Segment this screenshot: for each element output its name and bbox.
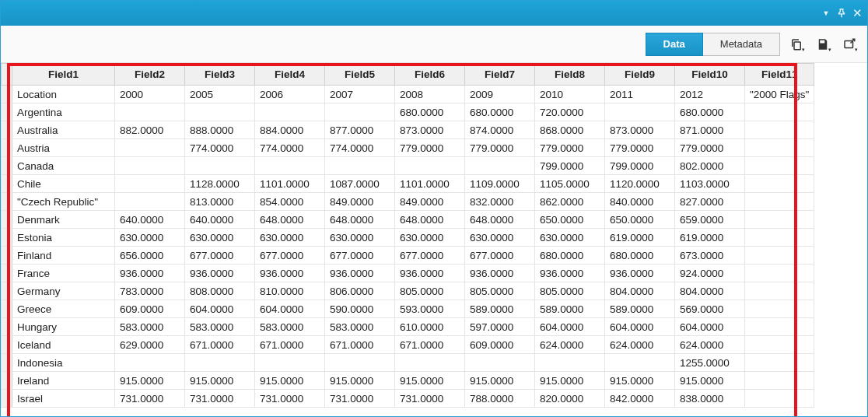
cell[interactable] (745, 121, 814, 139)
table-scroll-area[interactable]: Field1Field2Field3Field4Field5Field6Fiel… (1, 63, 867, 416)
cell[interactable]: 604.0000 (185, 300, 255, 318)
cell[interactable]: 874.0000 (465, 121, 535, 139)
cell[interactable]: 731.0000 (255, 390, 325, 408)
cell[interactable] (605, 103, 675, 121)
cell[interactable]: 804.0000 (605, 282, 675, 300)
table-row[interactable]: Finland656.0000677.0000677.0000677.00006… (2, 247, 814, 265)
cell[interactable]: 1128.0000 (185, 175, 255, 193)
cell[interactable]: 630.0000 (115, 229, 185, 247)
cell[interactable]: 915.0000 (185, 372, 255, 390)
table-row[interactable]: Iceland629.0000671.0000671.0000671.00006… (2, 336, 814, 354)
cell[interactable]: 936.0000 (115, 265, 185, 282)
cell[interactable]: 671.0000 (395, 336, 465, 354)
cell[interactable] (745, 372, 814, 390)
cell[interactable] (465, 157, 535, 175)
cell[interactable]: 731.0000 (325, 390, 395, 408)
cell[interactable]: 936.0000 (255, 265, 325, 282)
cell[interactable]: "Czech Republic" (12, 193, 115, 211)
table-row[interactable]: Israel731.0000731.0000731.0000731.000073… (2, 390, 814, 408)
tab-metadata[interactable]: Metadata (703, 33, 780, 56)
table-row[interactable]: Canada799.0000799.0000802.0000 (2, 157, 814, 175)
cell[interactable]: 583.0000 (115, 318, 185, 336)
cell[interactable]: 936.0000 (465, 265, 535, 282)
cell[interactable]: Germany (12, 282, 115, 300)
cell[interactable]: 805.0000 (535, 282, 605, 300)
cell[interactable]: 630.0000 (185, 229, 255, 247)
column-header[interactable]: Field3 (185, 64, 255, 86)
cell[interactable]: 936.0000 (535, 265, 605, 282)
cell[interactable] (115, 354, 185, 372)
cell[interactable]: 677.0000 (185, 247, 255, 265)
column-header[interactable]: Field7 (465, 64, 535, 86)
cell[interactable]: 589.0000 (465, 300, 535, 318)
cell[interactable] (255, 157, 325, 175)
cell[interactable] (745, 354, 814, 372)
cell[interactable]: 583.0000 (255, 318, 325, 336)
cell[interactable]: Indonesia (12, 354, 115, 372)
cell[interactable]: 774.0000 (255, 139, 325, 157)
cell[interactable]: 677.0000 (255, 247, 325, 265)
cell[interactable]: 597.0000 (465, 318, 535, 336)
cell[interactable]: 842.0000 (605, 390, 675, 408)
column-header[interactable]: Field4 (255, 64, 325, 86)
cell[interactable] (255, 354, 325, 372)
cell[interactable]: 868.0000 (535, 121, 605, 139)
cell[interactable]: 873.0000 (395, 121, 465, 139)
cell[interactable]: 630.0000 (325, 229, 395, 247)
table-row[interactable]: Denmark640.0000640.0000648.0000648.00006… (2, 211, 814, 229)
table-row[interactable]: Greece609.0000604.0000604.0000590.000059… (2, 300, 814, 318)
cell[interactable]: 650.0000 (535, 211, 605, 229)
cell[interactable] (745, 103, 814, 121)
cell[interactable]: 731.0000 (115, 390, 185, 408)
cell[interactable]: 2009 (465, 86, 535, 103)
cell[interactable]: Canada (12, 157, 115, 175)
cell[interactable]: 640.0000 (185, 211, 255, 229)
cell[interactable]: 915.0000 (535, 372, 605, 390)
cell[interactable]: 680.0000 (465, 103, 535, 121)
cell[interactable]: 630.0000 (465, 229, 535, 247)
cell[interactable]: 884.0000 (255, 121, 325, 139)
cell[interactable] (115, 103, 185, 121)
cell[interactable]: 877.0000 (325, 121, 395, 139)
cell[interactable]: 630.0000 (535, 229, 605, 247)
cell[interactable] (115, 157, 185, 175)
cell[interactable]: 2010 (535, 86, 605, 103)
cell[interactable]: 619.0000 (605, 229, 675, 247)
data-grid[interactable]: Field1Field2Field3Field4Field5Field6Fiel… (1, 63, 814, 408)
cell[interactable]: 624.0000 (605, 336, 675, 354)
cell[interactable]: 779.0000 (395, 139, 465, 157)
column-header[interactable]: Field1 (12, 64, 115, 86)
cell[interactable]: Ireland (12, 372, 115, 390)
cell[interactable]: 1120.0000 (605, 175, 675, 193)
cell[interactable]: 915.0000 (115, 372, 185, 390)
cell[interactable]: 589.0000 (535, 300, 605, 318)
cell[interactable]: 609.0000 (465, 336, 535, 354)
cell[interactable]: 659.0000 (675, 211, 745, 229)
cell[interactable]: 569.0000 (675, 300, 745, 318)
new-window-icon[interactable]: ▾ (839, 34, 859, 54)
cell[interactable]: 924.0000 (675, 265, 745, 282)
cell[interactable]: 640.0000 (115, 211, 185, 229)
table-row[interactable]: Indonesia1255.0000 (2, 354, 814, 372)
cell[interactable]: 862.0000 (535, 193, 605, 211)
cell[interactable]: 915.0000 (605, 372, 675, 390)
cell[interactable]: 680.0000 (675, 103, 745, 121)
table-row[interactable]: France936.0000936.0000936.0000936.000093… (2, 265, 814, 282)
pin-icon[interactable] (836, 8, 847, 19)
cell[interactable] (745, 282, 814, 300)
copy-icon[interactable]: ▾ (786, 34, 807, 54)
cell[interactable]: 849.0000 (325, 193, 395, 211)
table-row[interactable]: Australia882.0000888.0000884.0000877.000… (2, 121, 814, 139)
cell[interactable]: 774.0000 (325, 139, 395, 157)
table-row[interactable]: Chile1128.00001101.00001087.00001101.000… (2, 175, 814, 193)
cell[interactable]: 671.0000 (185, 336, 255, 354)
save-icon[interactable]: ▾ (813, 34, 833, 54)
cell[interactable] (115, 139, 185, 157)
cell[interactable]: 677.0000 (465, 247, 535, 265)
cell[interactable] (745, 193, 814, 211)
cell[interactable]: 832.0000 (465, 193, 535, 211)
table-row[interactable]: Ireland915.0000915.0000915.0000915.00009… (2, 372, 814, 390)
cell[interactable]: 774.0000 (185, 139, 255, 157)
cell[interactable]: 731.0000 (185, 390, 255, 408)
cell[interactable]: 680.0000 (395, 103, 465, 121)
